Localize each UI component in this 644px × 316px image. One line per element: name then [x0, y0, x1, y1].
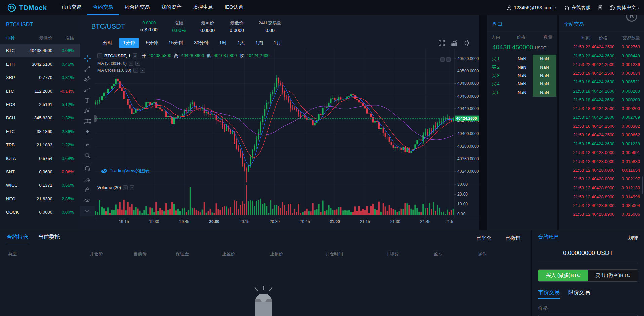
- ma-cross-study-label: MA Cross (10, 30): [97, 68, 131, 73]
- scrollbar-thumb[interactable]: [642, 176, 643, 194]
- timeframe-button[interactable]: 1月: [270, 38, 285, 48]
- timeframe-button[interactable]: 15分钟: [165, 38, 188, 48]
- market-row[interactable]: ETH 3042.5100 0.46%: [0, 57, 80, 71]
- order-book-row[interactable]: 买 1 NaN NaN: [487, 55, 557, 63]
- trade-time: 21:53:23: [564, 44, 590, 49]
- collapse-legend-icon[interactable]: −: [97, 53, 102, 58]
- order-book-row[interactable]: 买 3 NaN NaN: [487, 71, 557, 80]
- back-arrow-icon[interactable]: [82, 126, 92, 137]
- trendline-tool-icon[interactable]: [82, 64, 92, 74]
- crosshair-tool-icon[interactable]: [82, 53, 92, 64]
- order-book-rows: 买 1 NaN NaN 买 2 NaN NaN 买 3 NaN NaN: [487, 55, 557, 97]
- volume-close-icon[interactable]: ×: [130, 185, 134, 190]
- order-type-tab[interactable]: 限价交易: [568, 289, 590, 299]
- pane-button[interactable]: [446, 57, 451, 62]
- timeframe-button[interactable]: 1天: [234, 38, 249, 48]
- ma-cross-close-icon[interactable]: ×: [140, 68, 145, 73]
- svg-text:21:5: 21:5: [445, 219, 453, 224]
- order-book-row[interactable]: 买 4 NaN NaN: [487, 80, 557, 88]
- market-row[interactable]: LTC 112.2000 -0.14%: [0, 84, 80, 98]
- forecast-tool-icon[interactable]: [82, 116, 92, 126]
- nav-menu-item[interactable]: 我的资产: [156, 0, 187, 15]
- svg-text:19:15: 19:15: [119, 219, 129, 224]
- xabcd-pattern-tool-icon[interactable]: [82, 105, 92, 116]
- market-row[interactable]: OOCK 0.0000 0.00%: [0, 205, 80, 219]
- main-menu: 币币交易 合约交易 秒合约交易 我的资产 质押生息 IEO认购: [56, 0, 249, 15]
- market-row[interactable]: TRB 21.1883 1.22%: [0, 138, 80, 151]
- trade-time: 21:53:23: [564, 53, 590, 58]
- timeframe-button[interactable]: 5分钟: [142, 38, 162, 48]
- closed-positions-link[interactable]: 已平仓: [476, 235, 491, 241]
- attribution-text: TradingView的图表: [110, 168, 150, 174]
- pane-button[interactable]: [440, 57, 445, 62]
- fullscreen-icon[interactable]: [438, 39, 445, 47]
- chart-settings-gear-icon[interactable]: [464, 39, 471, 47]
- timeframe-button[interactable]: 1周: [251, 38, 267, 48]
- sell-short-button[interactable]: 卖出 (做空)BTC: [588, 270, 638, 281]
- positions-tab[interactable]: 合约持仓: [7, 234, 28, 243]
- market-row[interactable]: WICC 0.1371 0.66%: [0, 178, 80, 192]
- cancelled-orders-link[interactable]: 已撤销: [505, 235, 520, 241]
- hide-drawings-eye-icon[interactable]: [82, 195, 92, 205]
- price-input[interactable]: [538, 315, 638, 316]
- language-selector[interactable]: 简体中文 ‹: [609, 5, 639, 11]
- ma-hide-icon[interactable]: ○: [129, 61, 133, 66]
- stat-label: 24H 交易量: [259, 20, 281, 26]
- market-row[interactable]: BCH 345.8300 1.32%: [0, 111, 80, 125]
- bar-pattern-tool-icon[interactable]: [82, 140, 92, 150]
- market-row[interactable]: NEO 21.6300 2.85%: [0, 192, 80, 205]
- lock-all-icon[interactable]: [82, 184, 92, 195]
- tradingview-attribution[interactable]: TradingView的图表: [101, 168, 150, 174]
- market-row[interactable]: BTC 40438.4500 0.06%: [0, 44, 80, 57]
- stat-value: 0.0000: [230, 28, 244, 33]
- trade-time: 21:53:12: [564, 203, 590, 208]
- timeframe-button[interactable]: 30分钟: [190, 38, 213, 48]
- brand-name: TDMock: [19, 4, 47, 12]
- order-type-tab[interactable]: 市价交易: [538, 289, 560, 299]
- transfer-link[interactable]: 划转: [628, 235, 638, 241]
- timeframe-button[interactable]: 1时: [215, 38, 231, 48]
- market-row[interactable]: EOS 2.5191 5.12%: [0, 98, 80, 111]
- nav-menu-item[interactable]: 合约交易: [87, 0, 119, 15]
- magnet-tool-icon[interactable]: [82, 164, 92, 174]
- buy-long-button[interactable]: 买入 (做多)BTC: [538, 270, 588, 281]
- market-row[interactable]: ETC 38.1860 2.86%: [0, 125, 80, 138]
- market-row[interactable]: IOTA 0.6764 0.68%: [0, 151, 80, 165]
- coin-price: 0.0000: [26, 210, 52, 215]
- market-row[interactable]: SNT 0.0680 -0.06%: [0, 165, 80, 178]
- indicator-icon[interactable]: [451, 39, 458, 47]
- order-book-row[interactable]: 买 2 NaN NaN: [487, 63, 557, 71]
- app-download[interactable]: [597, 5, 603, 11]
- timeframe-button[interactable]: 分时: [99, 38, 116, 48]
- brush-tool-icon[interactable]: [82, 84, 92, 95]
- user-account-menu[interactable]: 123456@163.com ‹: [506, 5, 556, 11]
- nav-menu-item[interactable]: 质押生息: [187, 0, 219, 15]
- nav-menu-item[interactable]: 秒合约交易: [119, 0, 156, 15]
- collapse-toolbar-chevron-icon[interactable]: [80, 206, 95, 216]
- timeframe-button[interactable]: 1分钟: [119, 38, 139, 48]
- pitchfork-tool-icon[interactable]: [82, 74, 92, 84]
- account-title-tab[interactable]: 合约账户: [538, 234, 558, 242]
- candlestick-chart[interactable]: 40520.000040500.000040480.000040460.0000…: [95, 49, 479, 230]
- nav-menu-item[interactable]: 币币交易: [56, 0, 87, 15]
- zoom-in-icon[interactable]: [82, 150, 92, 161]
- ma-cross-hide-icon[interactable]: ○: [133, 68, 138, 73]
- text-tool-icon[interactable]: [82, 95, 92, 105]
- series-settings-gear-icon[interactable]: ⚙: [133, 53, 137, 58]
- trade-time: 21:53:22: [564, 62, 590, 67]
- trade-time: 21:53:18: [564, 89, 590, 94]
- nav-menu-item[interactable]: IEO认购: [219, 0, 249, 15]
- trade-row: 21:53:18 40424.2500 0.000200: [559, 104, 644, 113]
- market-row[interactable]: XRP 0.7770 0.31%: [0, 71, 80, 84]
- brand-logo[interactable]: TD TDMock: [0, 3, 56, 12]
- online-support[interactable]: 在线客服: [564, 5, 591, 11]
- coin-symbol: XRP: [6, 75, 26, 80]
- chart-plot-area[interactable]: 40520.000040500.000040480.000040460.0000…: [95, 49, 479, 230]
- drawing-lock-mode-icon[interactable]: [82, 174, 92, 184]
- market-rows: BTC 40438.4500 0.06% ETH 3042.5100 0.46%…: [0, 44, 80, 219]
- ma-close-icon[interactable]: ×: [135, 61, 140, 66]
- positions-tab[interactable]: 当前委托: [38, 234, 60, 243]
- trade-amount: 0.014996: [616, 194, 640, 199]
- volume-hide-icon[interactable]: ○: [123, 185, 128, 190]
- order-book-row[interactable]: 买 5 NaN NaN: [487, 88, 557, 97]
